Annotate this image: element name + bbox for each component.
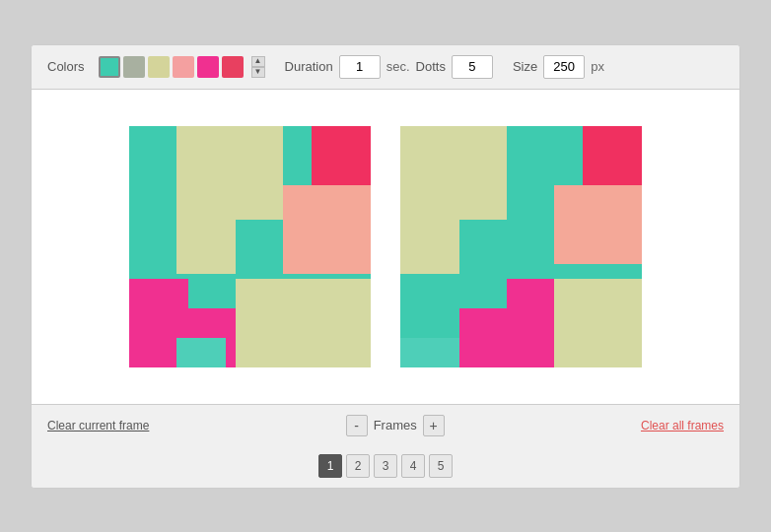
top-bar: Colors ▲ ▼ Duration sec. Dotts Size xyxy=(32,45,739,90)
page-btn-3[interactable]: 3 xyxy=(374,454,397,478)
color-spin-controls[interactable]: ▲ ▼ xyxy=(251,56,265,78)
svg-rect-24 xyxy=(554,185,642,264)
frame-2-svg xyxy=(400,126,642,367)
frame-1-svg xyxy=(129,126,371,367)
frame-1[interactable] xyxy=(129,126,371,367)
size-group: Size px xyxy=(513,55,604,79)
colors-section: Colors ▲ ▼ xyxy=(47,56,265,78)
frames-minus-button[interactable]: - xyxy=(346,415,368,436)
svg-rect-27 xyxy=(400,338,459,367)
params-group: Duration sec. Dotts xyxy=(285,55,493,79)
color-swatches xyxy=(99,56,244,78)
svg-rect-21 xyxy=(400,126,507,220)
svg-rect-17 xyxy=(129,279,188,308)
colors-label: Colors xyxy=(47,59,85,74)
clear-all-button[interactable]: Clear all frames xyxy=(641,419,724,432)
canvas-area xyxy=(32,90,739,405)
swatch-teal[interactable] xyxy=(99,56,120,78)
svg-rect-13 xyxy=(176,220,236,274)
main-container: Colors ▲ ▼ Duration sec. Dotts Size xyxy=(31,44,740,489)
frames-plus-button[interactable]: + xyxy=(423,415,445,436)
page-btn-4[interactable]: 4 xyxy=(401,454,425,478)
duration-input[interactable] xyxy=(339,55,381,79)
page-btn-2[interactable]: 2 xyxy=(346,454,370,478)
swatch-tan[interactable] xyxy=(148,56,170,78)
page-numbers: 1 2 3 4 5 xyxy=(32,446,739,488)
svg-rect-22 xyxy=(400,220,459,274)
frames-control: - Frames + xyxy=(346,415,445,436)
bottom-bar: Clear current frame - Frames + Clear all… xyxy=(32,405,739,446)
svg-rect-18 xyxy=(176,338,226,367)
clear-current-button[interactable]: Clear current frame xyxy=(47,419,149,432)
swatch-pink[interactable] xyxy=(173,56,194,78)
dotts-label: Dotts xyxy=(416,59,446,74)
svg-rect-26 xyxy=(507,279,554,308)
page-btn-1[interactable]: 1 xyxy=(318,454,342,478)
size-label: Size xyxy=(513,59,537,74)
size-unit: px xyxy=(591,59,604,74)
svg-rect-15 xyxy=(283,185,371,274)
svg-rect-23 xyxy=(583,126,642,185)
svg-rect-14 xyxy=(312,126,371,185)
frame-2[interactable] xyxy=(400,126,642,367)
svg-rect-12 xyxy=(176,126,283,220)
swatch-grey[interactable] xyxy=(123,56,145,78)
spin-up[interactable]: ▲ xyxy=(251,56,265,67)
duration-unit: sec. xyxy=(386,59,410,74)
size-input[interactable] xyxy=(543,55,585,79)
svg-rect-19 xyxy=(236,279,371,367)
duration-label: Duration xyxy=(285,59,333,74)
dotts-input[interactable] xyxy=(452,55,493,79)
frames-label: Frames xyxy=(374,418,417,432)
svg-rect-28 xyxy=(554,279,642,367)
spin-down[interactable]: ▼ xyxy=(251,67,265,78)
swatch-hotpink[interactable] xyxy=(197,56,219,78)
page-btn-5[interactable]: 5 xyxy=(429,454,453,478)
swatch-red[interactable] xyxy=(222,56,244,78)
